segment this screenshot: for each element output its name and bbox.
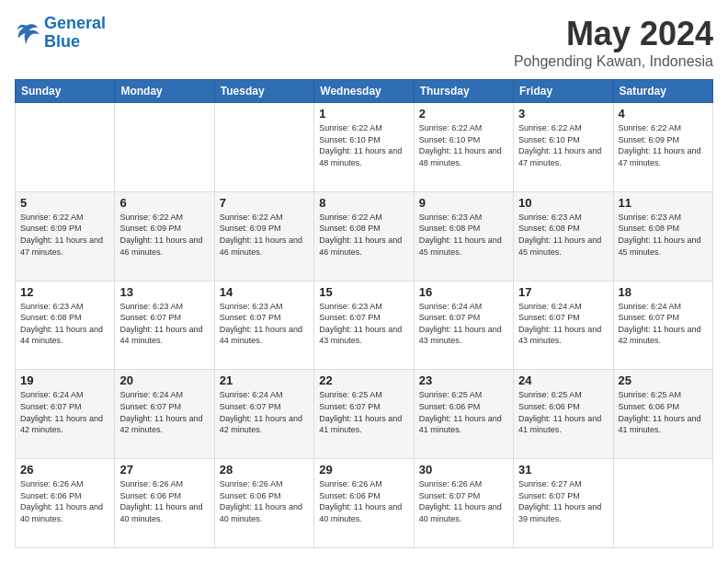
day-number: 2: [419, 107, 508, 121]
day-number: 28: [220, 463, 309, 477]
day-number: 22: [319, 373, 408, 387]
calendar-cell: [214, 103, 313, 192]
day-info: Sunrise: 6:22 AMSunset: 6:09 PMDaylight:…: [119, 212, 209, 258]
calendar-cell: 12Sunrise: 6:23 AMSunset: 6:08 PMDayligh…: [16, 281, 115, 370]
calendar-cell: 24Sunrise: 6:25 AMSunset: 6:06 PMDayligh…: [514, 370, 613, 459]
calendar-cell: 31Sunrise: 6:27 AMSunset: 6:07 PMDayligh…: [514, 459, 613, 548]
col-header-thursday: Thursday: [414, 80, 513, 103]
logo-icon: [15, 20, 40, 46]
calendar-cell: 18Sunrise: 6:24 AMSunset: 6:07 PMDayligh…: [613, 281, 712, 370]
day-number: 31: [518, 463, 608, 477]
day-info: Sunrise: 6:24 AMSunset: 6:07 PMDaylight:…: [419, 301, 508, 347]
logo: General Blue: [15, 15, 106, 52]
title-block: May 2024 Pohgending Kawan, Indonesia: [514, 15, 713, 70]
day-info: Sunrise: 6:22 AMSunset: 6:09 PMDaylight:…: [220, 212, 309, 258]
day-number: 7: [220, 196, 309, 210]
calendar-cell: 9Sunrise: 6:23 AMSunset: 6:08 PMDaylight…: [414, 191, 513, 281]
day-info: Sunrise: 6:22 AMSunset: 6:09 PMDaylight:…: [20, 212, 109, 258]
day-info: Sunrise: 6:23 AMSunset: 6:08 PMDaylight:…: [419, 212, 508, 258]
calendar-cell: 6Sunrise: 6:22 AMSunset: 6:09 PMDaylight…: [115, 191, 214, 281]
day-info: Sunrise: 6:23 AMSunset: 6:08 PMDaylight:…: [619, 212, 708, 258]
calendar-header-row: SundayMondayTuesdayWednesdayThursdayFrid…: [16, 80, 713, 103]
calendar-cell: 29Sunrise: 6:26 AMSunset: 6:06 PMDayligh…: [314, 459, 414, 548]
day-info: Sunrise: 6:24 AMSunset: 6:07 PMDaylight:…: [119, 389, 209, 435]
day-number: 19: [20, 373, 109, 387]
day-number: 25: [619, 373, 708, 387]
day-number: 13: [119, 285, 209, 299]
day-info: Sunrise: 6:25 AMSunset: 6:06 PMDaylight:…: [419, 389, 508, 435]
calendar-cell: 7Sunrise: 6:22 AMSunset: 6:09 PMDaylight…: [214, 191, 313, 281]
day-number: 20: [119, 373, 209, 387]
day-info: Sunrise: 6:25 AMSunset: 6:07 PMDaylight:…: [319, 389, 408, 435]
col-header-sunday: Sunday: [16, 80, 115, 103]
day-info: Sunrise: 6:22 AMSunset: 6:09 PMDaylight:…: [619, 122, 708, 168]
calendar-week-1: 1Sunrise: 6:22 AMSunset: 6:10 PMDaylight…: [16, 103, 713, 192]
calendar-cell: 30Sunrise: 6:26 AMSunset: 6:07 PMDayligh…: [414, 459, 513, 548]
day-info: Sunrise: 6:24 AMSunset: 6:07 PMDaylight:…: [220, 389, 309, 435]
day-number: 4: [619, 107, 708, 121]
calendar-cell: [115, 103, 214, 192]
calendar-cell: 28Sunrise: 6:26 AMSunset: 6:06 PMDayligh…: [214, 459, 313, 548]
day-info: Sunrise: 6:23 AMSunset: 6:07 PMDaylight:…: [319, 301, 408, 347]
day-number: 14: [220, 285, 309, 299]
page: General Blue May 2024 Pohgending Kawan, …: [0, 0, 728, 563]
col-header-wednesday: Wednesday: [314, 80, 414, 103]
day-info: Sunrise: 6:22 AMSunset: 6:08 PMDaylight:…: [319, 212, 408, 258]
day-info: Sunrise: 6:23 AMSunset: 6:08 PMDaylight:…: [518, 212, 608, 258]
day-number: 5: [20, 196, 109, 210]
calendar-cell: 1Sunrise: 6:22 AMSunset: 6:10 PMDaylight…: [314, 103, 414, 192]
day-info: Sunrise: 6:24 AMSunset: 6:07 PMDaylight:…: [518, 301, 608, 347]
calendar-cell: 14Sunrise: 6:23 AMSunset: 6:07 PMDayligh…: [214, 281, 313, 370]
day-number: 24: [518, 373, 608, 387]
day-info: Sunrise: 6:22 AMSunset: 6:10 PMDaylight:…: [319, 122, 408, 168]
day-info: Sunrise: 6:24 AMSunset: 6:07 PMDaylight:…: [20, 389, 109, 435]
day-number: 23: [419, 373, 508, 387]
calendar-cell: 16Sunrise: 6:24 AMSunset: 6:07 PMDayligh…: [414, 281, 513, 370]
day-info: Sunrise: 6:25 AMSunset: 6:06 PMDaylight:…: [619, 389, 708, 435]
calendar-cell: 3Sunrise: 6:22 AMSunset: 6:10 PMDaylight…: [514, 103, 613, 192]
day-info: Sunrise: 6:26 AMSunset: 6:06 PMDaylight:…: [319, 478, 408, 524]
day-number: 29: [319, 463, 408, 477]
calendar-cell: 13Sunrise: 6:23 AMSunset: 6:07 PMDayligh…: [115, 281, 214, 370]
day-number: 8: [319, 196, 408, 210]
day-number: 11: [619, 196, 708, 210]
day-info: Sunrise: 6:26 AMSunset: 6:06 PMDaylight:…: [119, 478, 209, 524]
day-number: 18: [619, 285, 708, 299]
day-info: Sunrise: 6:23 AMSunset: 6:07 PMDaylight:…: [220, 301, 309, 347]
day-number: 17: [518, 285, 608, 299]
calendar-week-4: 19Sunrise: 6:24 AMSunset: 6:07 PMDayligh…: [16, 370, 713, 459]
calendar-cell: 27Sunrise: 6:26 AMSunset: 6:06 PMDayligh…: [115, 459, 214, 548]
day-number: 12: [20, 285, 109, 299]
col-header-saturday: Saturday: [613, 80, 712, 103]
day-number: 10: [518, 196, 608, 210]
calendar-cell: 11Sunrise: 6:23 AMSunset: 6:08 PMDayligh…: [613, 191, 712, 281]
col-header-monday: Monday: [115, 80, 214, 103]
day-number: 27: [119, 463, 209, 477]
calendar-cell: [16, 103, 115, 192]
main-title: May 2024: [514, 15, 713, 53]
calendar-cell: 22Sunrise: 6:25 AMSunset: 6:07 PMDayligh…: [314, 370, 414, 459]
day-info: Sunrise: 6:23 AMSunset: 6:08 PMDaylight:…: [20, 301, 109, 347]
calendar-week-2: 5Sunrise: 6:22 AMSunset: 6:09 PMDaylight…: [16, 191, 713, 281]
logo-text: General Blue: [44, 15, 106, 52]
header: General Blue May 2024 Pohgending Kawan, …: [15, 15, 713, 70]
day-info: Sunrise: 6:23 AMSunset: 6:07 PMDaylight:…: [119, 301, 209, 347]
col-header-tuesday: Tuesday: [214, 80, 313, 103]
calendar-table: SundayMondayTuesdayWednesdayThursdayFrid…: [15, 79, 713, 548]
day-info: Sunrise: 6:25 AMSunset: 6:06 PMDaylight:…: [518, 389, 608, 435]
day-number: 16: [419, 285, 508, 299]
calendar-cell: 4Sunrise: 6:22 AMSunset: 6:09 PMDaylight…: [613, 103, 712, 192]
calendar-cell: 17Sunrise: 6:24 AMSunset: 6:07 PMDayligh…: [514, 281, 613, 370]
day-number: 1: [319, 107, 408, 121]
day-number: 30: [419, 463, 508, 477]
subtitle: Pohgending Kawan, Indonesia: [514, 53, 713, 70]
day-info: Sunrise: 6:27 AMSunset: 6:07 PMDaylight:…: [518, 478, 608, 524]
calendar-cell: 15Sunrise: 6:23 AMSunset: 6:07 PMDayligh…: [314, 281, 414, 370]
day-number: 6: [119, 196, 209, 210]
day-info: Sunrise: 6:22 AMSunset: 6:10 PMDaylight:…: [518, 122, 608, 168]
day-number: 21: [220, 373, 309, 387]
col-header-friday: Friday: [514, 80, 613, 103]
day-info: Sunrise: 6:26 AMSunset: 6:06 PMDaylight:…: [220, 478, 309, 524]
day-info: Sunrise: 6:22 AMSunset: 6:10 PMDaylight:…: [419, 122, 508, 168]
calendar-cell: 21Sunrise: 6:24 AMSunset: 6:07 PMDayligh…: [214, 370, 313, 459]
